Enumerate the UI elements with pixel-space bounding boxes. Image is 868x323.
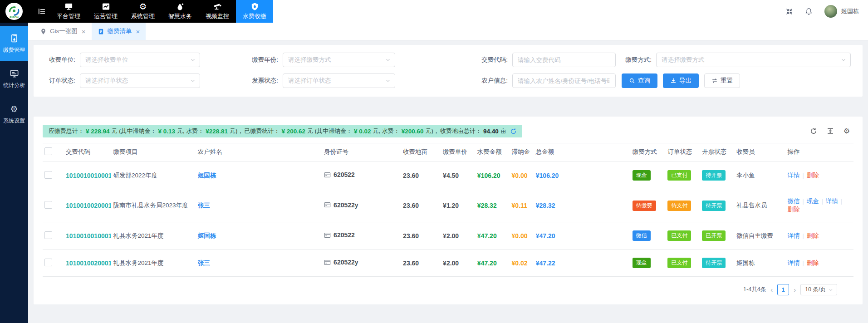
gear-icon: ⚙ [139, 2, 147, 11]
column-header: 农户姓名 [196, 143, 322, 162]
chevron-down-icon [828, 287, 834, 293]
bell-icon[interactable] [805, 8, 813, 15]
next-page-button[interactable]: › [794, 286, 796, 293]
farmer-info-input[interactable] [512, 73, 616, 88]
summary-amount: ¥ 0.02 [354, 128, 371, 135]
user-menu[interactable]: 姬国栋 [824, 5, 859, 18]
water-fee: ¥47.20 [477, 259, 497, 267]
summary-label: 收费地亩总计： [440, 127, 481, 135]
action-danger-link[interactable]: 删除 [807, 259, 819, 266]
button-label: 重置 [721, 77, 733, 85]
action-primary-link[interactable]: 详情 [788, 259, 800, 266]
pay-code-link[interactable]: 1010010020001 [66, 202, 111, 209]
refresh-icon[interactable] [810, 127, 817, 135]
pagination: 1-4共4条 ‹ 1 › 10 条/页 [43, 277, 853, 298]
search-button[interactable]: 查询 [622, 73, 657, 88]
row-height-icon[interactable] [827, 127, 834, 135]
column-header: 缴费项目 [111, 143, 196, 162]
summary-amount: ¥ 200.62 [281, 128, 305, 135]
top-menu-item-1[interactable]: 运营管理 [87, 0, 124, 23]
summary-bar: 应缴费总计：¥ 228.94元 (其中滞纳金：¥ 0.13元, 水费：¥228.… [43, 125, 522, 137]
fullscreen-icon[interactable] [785, 8, 793, 15]
project-name: 研发部2022年度 [113, 172, 157, 179]
tab-0[interactable]: Gis一张图× [34, 23, 92, 40]
row-checkbox[interactable] [44, 231, 52, 239]
action-primary-link[interactable]: 现金 [807, 198, 819, 205]
summary-label: 已缴费统计： [244, 127, 280, 135]
order-status-select[interactable]: 请选择订单状态 [80, 73, 200, 88]
pay-code-link[interactable]: 1010010010001 [66, 172, 111, 179]
collapse-menu-button[interactable] [34, 0, 50, 23]
top-menu-item-2[interactable]: ⚙系统管理 [124, 0, 162, 23]
top-menu-item-5[interactable]: 水费收缴 [236, 0, 273, 23]
total-amount: ¥106.20 [536, 172, 559, 179]
action-danger-link[interactable]: 删除 [807, 232, 819, 239]
tab-1[interactable]: 缴费清单× [92, 23, 146, 40]
summary-dark: 94.40 [483, 128, 499, 135]
farmer-name-link[interactable]: 张三 [198, 259, 210, 266]
menu-label: 运营管理 [94, 12, 118, 20]
unit-price: ¥2.00 [443, 232, 459, 240]
area-value: 23.60 [403, 172, 419, 179]
menu-label: 视频监控 [206, 12, 229, 20]
page-size-select[interactable]: 10 条/页 [800, 284, 837, 295]
summary-label: 元 (其中滞纳金： [307, 127, 352, 135]
year-select[interactable]: 请选择缴费方式 [283, 53, 395, 67]
farmer-name-link[interactable]: 张三 [198, 202, 210, 209]
top-menu-item-3[interactable]: 智慧水务 [162, 0, 199, 23]
id-number: 620522y [324, 259, 358, 266]
top-menu-item-0[interactable]: 平台管理 [50, 0, 87, 23]
farmer-name-link[interactable]: 姬国栋 [198, 172, 216, 179]
app-root: RIEON 平台管理运营管理⚙系统管理智慧水务视频监控水费收缴 姬国栋 缴费管理… [0, 0, 868, 323]
app-logo: RIEON [0, 0, 28, 23]
sidebar-item-1[interactable]: 统计分析 [0, 61, 28, 97]
row-checkbox[interactable] [44, 259, 52, 266]
select-placeholder: 请选择缴费方式 [288, 56, 385, 64]
refresh-icon[interactable] [510, 128, 517, 135]
pay-method-select[interactable]: 请选择缴费方式 [656, 53, 851, 67]
invoice-status-select[interactable]: 请选择订单状态 [283, 73, 395, 88]
reset-button[interactable]: 重置 [704, 73, 740, 88]
page-size-value: 10 条/页 [805, 286, 826, 294]
document-icon [98, 28, 104, 35]
code-input[interactable] [512, 53, 616, 67]
action-danger-link[interactable]: 删除 [788, 206, 800, 213]
farmer-name-link[interactable]: 姬国栋 [198, 232, 216, 239]
select-all-checkbox[interactable] [44, 147, 52, 155]
invoice-status-badge: 待开票 [702, 201, 726, 211]
action-primary-link[interactable]: 详情 [826, 198, 838, 205]
row-checkbox[interactable] [44, 171, 52, 179]
sidebar-item-2[interactable]: ⚙系统设置 [0, 97, 28, 132]
filter-label: 交费代码: [478, 56, 508, 64]
action-danger-link[interactable]: 删除 [807, 172, 819, 179]
action-primary-link[interactable]: 详情 [788, 232, 800, 239]
summary-label: 亩 [500, 127, 506, 135]
top-menu-item-4[interactable]: 视频监控 [199, 0, 236, 23]
collector-name: 李小鱼 [736, 172, 755, 179]
pay-method-badge: 待缴费 [633, 201, 656, 211]
close-icon[interactable]: × [82, 28, 86, 35]
column-header: 交费代码 [64, 143, 111, 162]
table-gear-icon[interactable]: ⚙ [843, 127, 850, 135]
action-primary-link[interactable]: 微信 [788, 198, 800, 205]
late-fee: ¥0.11 [512, 202, 527, 209]
row-checkbox[interactable] [44, 201, 52, 209]
sidebar-item-0[interactable]: 缴费管理 [0, 26, 28, 61]
pay-code-link[interactable]: 1010010020001 [66, 259, 111, 267]
unit-select[interactable]: 请选择收费单位 [80, 53, 200, 67]
close-icon[interactable]: × [136, 28, 140, 35]
chevron-down-icon [385, 78, 391, 84]
camera-icon [213, 2, 222, 11]
filter-label: 订单状态: [45, 77, 75, 85]
current-page[interactable]: 1 [777, 284, 789, 295]
prev-page-button[interactable]: ‹ [770, 286, 773, 293]
separator: | [841, 198, 842, 205]
settings-gear-icon: ⚙ [10, 104, 19, 114]
summary-amount: ¥ 0.13 [158, 128, 176, 135]
collector-name: 姬国栋 [736, 259, 755, 266]
pay-method-badge: 现金 [633, 170, 651, 181]
svg-text:RIEON: RIEON [10, 15, 19, 19]
action-primary-link[interactable]: 详情 [788, 172, 800, 179]
export-button[interactable]: 导出 [663, 73, 699, 88]
pay-code-link[interactable]: 1010010010001 [66, 232, 111, 240]
